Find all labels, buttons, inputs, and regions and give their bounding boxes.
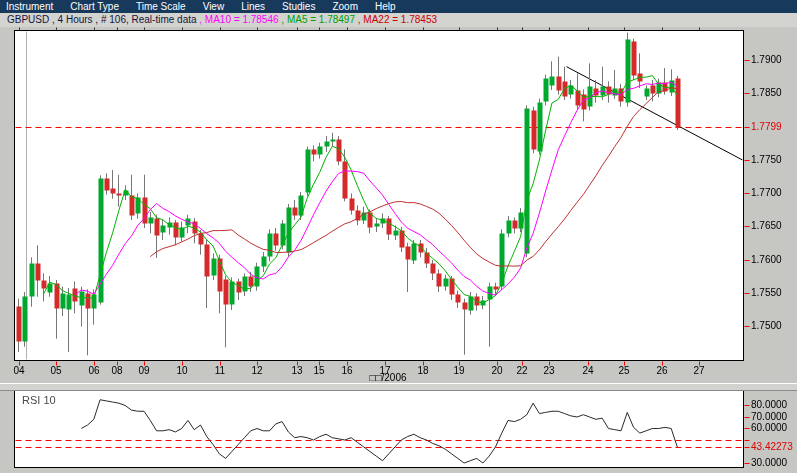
date-axis-label: 09 (131, 365, 157, 376)
rsi-axis-label: 80.0000 (751, 399, 787, 410)
date-axis-label: 16 (334, 365, 360, 376)
menu-item-chart-type[interactable]: Chart Type (70, 0, 119, 13)
instrument-info: GBPUSD , 4 Hours , # 106, Real-time data (7, 14, 197, 25)
panel-splitter[interactable] (0, 383, 797, 391)
rsi-axis-label: 30.0000 (751, 457, 787, 468)
date-axis-label: 05 (43, 365, 69, 376)
date-axis-label: 10 (169, 365, 195, 376)
menu-item-time-scale[interactable]: Time Scale (136, 0, 186, 13)
date-axis-label: 04 (6, 365, 32, 376)
date-axis-label: 25 (611, 365, 637, 376)
price-axis-label: 1.7550 (751, 287, 782, 298)
ma5-value: , MA5 = 1.78497 (279, 14, 355, 25)
date-axis-label: 26 (649, 365, 675, 376)
date-axis-label: 24 (575, 365, 601, 376)
menu-item-view[interactable]: View (203, 0, 225, 13)
rsi-current-value-label: 43.42273 (751, 441, 793, 452)
info-bar: GBPUSD , 4 Hours , # 106, Real-time data… (0, 13, 797, 27)
price-axis-label: 1.7900 (751, 54, 782, 65)
date-axis-label: 17 (372, 365, 398, 376)
rsi-study-label: RSI 10 (22, 394, 56, 406)
price-axis-label: 1.7850 (751, 87, 782, 98)
date-axis-label: 19 (446, 365, 472, 376)
date-axis-label: 23 (536, 365, 562, 376)
date-axis-label: 22 (509, 365, 535, 376)
price-axis-label: 1.7700 (751, 187, 782, 198)
menu-bar: InstrumentChart TypeTime ScaleViewLinesS… (0, 0, 797, 13)
price-axis-label: 1.7650 (751, 220, 782, 231)
rsi-axis-label: 60.0000 (751, 422, 787, 433)
date-axis-label: 11 (207, 365, 233, 376)
price-axis-label: 1.7600 (751, 254, 782, 265)
date-axis-label: 27 (686, 365, 712, 376)
price-chart-canvas[interactable] (0, 0, 797, 473)
menu-item-zoom[interactable]: Zoom (332, 0, 358, 13)
chart-application-window: InstrumentChart TypeTime ScaleViewLinesS… (0, 0, 797, 473)
rsi-axis-label: 70.0000 (751, 411, 787, 422)
date-axis-label: 08 (104, 365, 130, 376)
menu-item-instrument[interactable]: Instrument (6, 0, 53, 13)
date-axis-label: 15 (306, 365, 332, 376)
date-axis-label: 12 (244, 365, 270, 376)
menu-item-help[interactable]: Help (375, 0, 396, 13)
date-axis-label: 18 (410, 365, 436, 376)
date-axis-label: 20 (484, 365, 510, 376)
price-axis-label: 1.7500 (751, 320, 782, 331)
ma10-value: , MA10 = 1.78546 (197, 14, 279, 25)
ma22-value: , MA22 = 1.78453 (355, 14, 437, 25)
price-axis-label: 1.7750 (751, 154, 782, 165)
current-price-label: 1.7799 (751, 121, 782, 132)
menu-item-lines[interactable]: Lines (241, 0, 265, 13)
menu-item-studies[interactable]: Studies (282, 0, 315, 13)
